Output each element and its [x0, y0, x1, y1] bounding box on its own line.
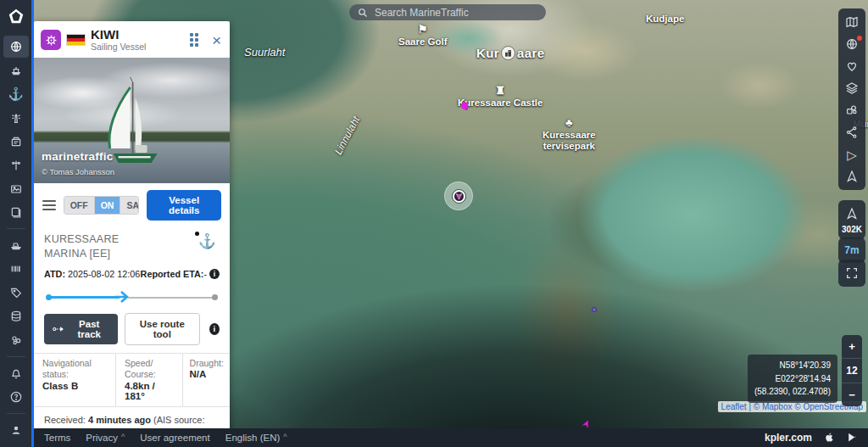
footer-language[interactable]: English (EN)^: [225, 433, 287, 443]
map-layers-icon[interactable]: [840, 77, 864, 99]
vessel-photo[interactable]: marinetraffic © Tomas Johansson: [34, 58, 230, 183]
zoom-control: + 12 −: [842, 335, 862, 406]
port-anchor-icon[interactable]: ⚓: [198, 232, 216, 250]
sidebar-fleets[interactable]: [3, 234, 29, 256]
sidebar-notifications[interactable]: [3, 362, 29, 384]
chevron-up-icon: ^: [121, 433, 125, 441]
vessel-marker-south[interactable]: [581, 419, 592, 428]
chevron-up-icon: ^: [283, 433, 287, 441]
sidebar-stations[interactable]: [3, 131, 29, 153]
progress-remaining-line: [128, 297, 214, 299]
atd-text: ATD: 2025-08-02 12:06: [44, 269, 140, 279]
photo-watermark: marinetraffic: [42, 150, 113, 163]
vessel-details-button[interactable]: Vessel details: [147, 190, 221, 221]
nautical-charts-icon[interactable]: [840, 11, 864, 33]
footer-privacy[interactable]: Privacy^: [86, 433, 125, 443]
fullscreen-panel: [838, 260, 865, 287]
search-bar[interactable]: [349, 4, 546, 20]
sidebar-divider: [7, 413, 25, 414]
eta-text: Reported ETA: -i: [141, 269, 220, 279]
share-network-icon[interactable]: [840, 121, 864, 143]
zoom-in-button[interactable]: +: [842, 335, 862, 358]
vessel-popup-header: KIWI Sailing Vessel ×: [34, 21, 230, 58]
sidebar-photos[interactable]: [3, 178, 29, 200]
destination-line1: KURESSAARE: [44, 232, 119, 247]
draught-cell: Draught: N/A: [183, 354, 230, 406]
route-info-icon[interactable]: i: [209, 323, 220, 335]
heading-arrow-icon[interactable]: [840, 165, 864, 187]
use-route-tool-button[interactable]: Use route tool: [125, 313, 200, 345]
footer-bar: Terms Privacy^ User agreement English (E…: [34, 428, 868, 447]
search-input[interactable]: [373, 6, 537, 20]
toggle-off[interactable]: OFF: [64, 197, 95, 214]
vessel-marker-marina[interactable]: [461, 102, 468, 109]
sidebar-divider: [7, 228, 25, 229]
voyage-times-row: ATD: 2025-08-02 12:06 Reported ETA: -i: [34, 263, 230, 281]
track-buttons-row: Past track Use route tool i: [34, 306, 230, 353]
sidebar-account[interactable]: [3, 419, 29, 441]
map-label-kuressaare-city: Kur aare: [476, 46, 545, 60]
marinetraffic-logo[interactable]: [3, 6, 29, 28]
marinetraffic-app: Suurlaht Linnulaht ⚑ Saare Golf Kur aare…: [0, 0, 868, 447]
footer-user-agreement[interactable]: User agreement: [140, 433, 209, 443]
progress-vessel-arrow: [113, 290, 130, 307]
sidebar-lighthouse[interactable]: [3, 107, 29, 129]
toggle-sat[interactable]: SAT: [120, 197, 139, 214]
toggle-on[interactable]: ON: [95, 197, 121, 214]
playback-icon[interactable]: ▷: [840, 143, 864, 165]
destination-section: KURESSAARE MARINA [EE] ⚓: [34, 226, 230, 263]
voyage-progress: [46, 289, 218, 305]
vessel-status-table: Navigational status: Class B Speed/ Cour…: [34, 353, 230, 407]
vessel-count-panel[interactable]: 302K: [838, 200, 865, 239]
destination-line2: MARINA [EE]: [44, 247, 119, 261]
map-label-tervisepark: ♣ Kuressaare tervisepark: [542, 117, 596, 152]
google-play-icon[interactable]: [847, 432, 858, 444]
plugins-icon[interactable]: [840, 99, 864, 121]
sidebar-modules[interactable]: [3, 329, 29, 351]
popup-controls: OFF ON SAT Vessel details: [34, 183, 230, 226]
tree-icon: ♣: [565, 117, 573, 128]
nav-status-cell: Navigational status: Class B: [34, 354, 116, 406]
kpler-link[interactable]: kpler.com: [765, 432, 812, 444]
fullscreen-icon[interactable]: [840, 262, 864, 284]
sidebar-datasets[interactable]: [3, 305, 29, 327]
menu-icon[interactable]: [42, 200, 56, 210]
vessel-name: KIWI: [91, 28, 185, 42]
eta-info-icon[interactable]: i: [209, 269, 220, 279]
close-icon[interactable]: ×: [210, 32, 223, 48]
sidebar-wind-farms[interactable]: [3, 154, 29, 176]
sidebar-vessels[interactable]: [3, 59, 29, 81]
left-sidebar: ⚓: [0, 0, 34, 447]
apps-grid-icon[interactable]: [190, 33, 198, 47]
flag-germany-icon: [66, 34, 86, 46]
coordinates-box: N58°14'20.39 E022°28'14.94 (58.2390, 022…: [748, 355, 837, 403]
coordinate-lat: N58°14'20.39: [754, 359, 831, 372]
app-store-icon[interactable]: [824, 432, 835, 444]
vessel-marker-east[interactable]: [592, 307, 597, 312]
past-track-button[interactable]: Past track: [44, 314, 118, 344]
sidebar-help[interactable]: [3, 386, 29, 408]
layers-globe-icon[interactable]: [840, 33, 864, 55]
sidebar-cards[interactable]: [3, 202, 29, 224]
selected-vessel-marker[interactable]: [444, 182, 473, 210]
sidebar-live-map[interactable]: [3, 36, 29, 58]
coordinate-lon: E022°28'14.94: [754, 372, 831, 386]
sidebar-barcode[interactable]: [3, 258, 29, 280]
map-label-kudjape: Kudjape: [646, 14, 684, 24]
zoom-out-button[interactable]: −: [842, 383, 862, 406]
map-label-kuressaare-castle: ♜ Kuressaare Castle: [458, 85, 542, 109]
city-building-icon: [501, 46, 515, 60]
golf-flag-icon: ⚑: [418, 24, 428, 35]
vessel-arrow-icon: [455, 193, 463, 200]
map-label-saare-golf: ⚑ Saare Golf: [398, 24, 448, 47]
footer-terms[interactable]: Terms: [44, 433, 70, 443]
sidebar-ports[interactable]: ⚓: [3, 83, 29, 105]
selected-vessel-ring: [452, 189, 466, 204]
sidebar-divider: [7, 356, 25, 357]
sidebar-tags[interactable]: [3, 282, 29, 304]
favorites-icon[interactable]: [840, 55, 864, 77]
vessel-count: 302K: [842, 225, 862, 237]
map-tools-panel: ▷: [838, 8, 865, 190]
speed-course-cell: Speed/ Course: 4.8kn / 181°: [116, 354, 183, 406]
depth-value: 7m: [844, 240, 859, 260]
